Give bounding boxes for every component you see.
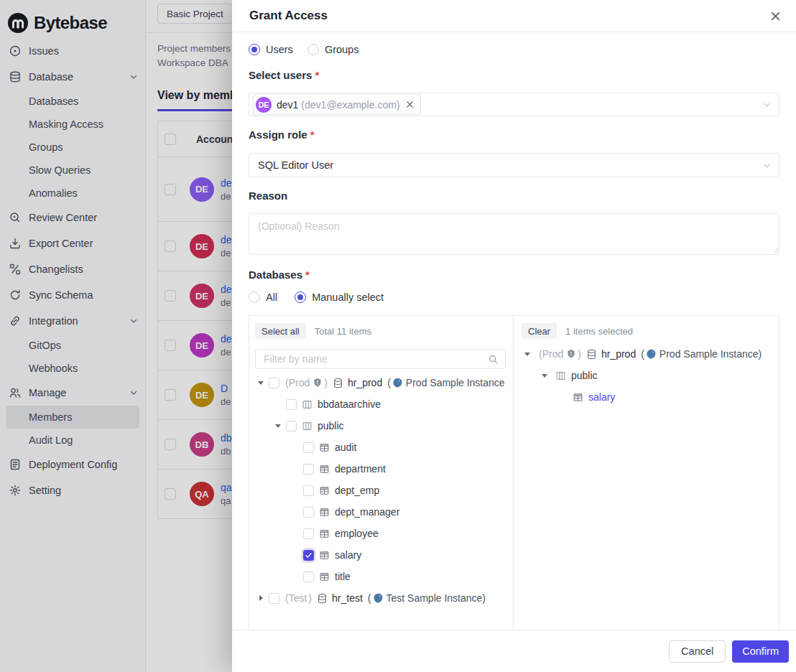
tree-checkbox[interactable] — [269, 378, 279, 388]
tree-checkbox[interactable] — [303, 528, 314, 539]
database-name: hr_prod — [348, 377, 382, 388]
tree-row-dept-emp[interactable]: dept_emp — [255, 480, 506, 501]
database-icon — [333, 378, 343, 388]
clear-button[interactable]: Clear — [522, 323, 557, 339]
tree-row-bbdataarchive[interactable]: bbdataarchive — [255, 393, 506, 415]
caret-right-icon[interactable] — [255, 592, 267, 604]
grant-access-modal: Grant Access Users Groups Select users * — [232, 0, 796, 672]
shield-icon — [566, 349, 576, 359]
tree-checkbox[interactable] — [303, 550, 314, 561]
caret-down-icon[interactable] — [539, 370, 550, 381]
tree-checkbox[interactable] — [303, 442, 314, 453]
radio-users-control — [249, 44, 260, 55]
select-users-label: Select users * — [249, 67, 779, 82]
schema-name: public — [318, 420, 344, 431]
radio-groups[interactable]: Groups — [307, 44, 359, 55]
caret-down-icon[interactable] — [255, 377, 267, 388]
label-text: Reason — [249, 190, 287, 202]
table-icon — [319, 442, 330, 453]
confirm-button[interactable]: Confirm — [732, 640, 789, 663]
tree-checkbox[interactable] — [286, 421, 297, 431]
screen: Bytebase IssuesDatabaseDatabasesMasking … — [0, 0, 796, 672]
tree-row-salary[interactable]: salary — [255, 544, 506, 566]
table-name: audit — [335, 442, 356, 453]
postgresql-icon — [392, 378, 403, 388]
tree-checkbox[interactable] — [303, 507, 314, 518]
chevron-down-icon — [762, 161, 772, 170]
instance-label-open: ( — [641, 348, 644, 360]
search-icon — [488, 354, 499, 365]
close-icon[interactable] — [767, 7, 785, 25]
databases-label: Databases * — [249, 267, 779, 281]
picker-source-header: Select all Total 11 items — [255, 323, 506, 339]
database-name: hr_prod — [601, 348, 636, 360]
environment-label-close: ) — [578, 348, 581, 360]
cancel-button[interactable]: Cancel — [669, 640, 726, 663]
tree-row-hr-prod[interactable]: (Prod)hr_prod(Prod Sample Instance) — [522, 343, 772, 365]
modal-header: Grant Access — [232, 0, 796, 32]
postgresql-icon — [646, 349, 657, 360]
radio-manual-label: Manually select — [312, 291, 384, 303]
caret-placeholder — [290, 528, 301, 539]
label-text: Databases — [249, 269, 302, 281]
picker-selected-panel: Clear 1 items selected (Prod)hr_prod(Pro… — [514, 316, 779, 630]
picker-source-panel: Select all Total 11 items (Prod)hr_prod(… — [249, 316, 514, 630]
tree-row-audit[interactable]: audit — [255, 437, 506, 458]
tree-row-hr-test[interactable]: (Test)hr_test(Test Sample Instance) — [255, 587, 506, 609]
user-email: (dev1@example.com) — [301, 99, 399, 111]
databases-mode-radios: All Manually select — [249, 289, 779, 305]
table-name: employee — [335, 528, 379, 539]
chevron-down-icon — [762, 100, 772, 109]
tree-row-hr-prod[interactable]: (Prod)hr_prod(Prod Sample Instance — [255, 372, 506, 393]
environment-label: (Prod — [539, 348, 563, 360]
tree-checkbox[interactable] — [303, 571, 314, 582]
instance-label-open: ( — [368, 592, 371, 604]
tree-row-employee[interactable]: employee — [255, 523, 506, 544]
tree-checkbox[interactable] — [303, 485, 314, 496]
caret-placeholder — [290, 506, 301, 518]
environment-label-close: ) — [324, 377, 328, 388]
table-icon — [319, 485, 330, 496]
required-mark: * — [305, 269, 310, 281]
selected-count-label: 1 items selected — [565, 326, 633, 337]
filter-input[interactable] — [262, 353, 483, 365]
radio-groups-control — [307, 44, 319, 55]
tree-row-dept-manager[interactable]: dept_manager — [255, 501, 506, 523]
modal-body: Users Groups Select users * DE dev1 (dev… — [232, 32, 796, 630]
table-icon — [319, 571, 330, 582]
table-name: dept_manager — [335, 506, 399, 518]
select-all-button[interactable]: Select all — [255, 323, 306, 339]
table-name: title — [335, 571, 351, 582]
caret-down-icon[interactable] — [522, 348, 533, 360]
label-text: Assign role — [249, 129, 307, 141]
caret-down-icon[interactable] — [272, 420, 284, 431]
tree-row-department[interactable]: department — [255, 458, 506, 480]
instance-name: Prod Sample Instance — [406, 377, 505, 388]
table-name: dept_emp — [335, 485, 379, 496]
remove-user-icon[interactable] — [405, 100, 415, 109]
select-users-input[interactable]: DE dev1 (dev1@example.com) — [249, 93, 779, 116]
radio-users[interactable]: Users — [249, 44, 293, 55]
reason-textarea[interactable] — [249, 213, 779, 255]
caret-placeholder — [290, 549, 301, 561]
table-icon — [319, 550, 330, 561]
picker-selected-header: Clear 1 items selected — [522, 323, 772, 339]
tree-checkbox[interactable] — [286, 399, 297, 410]
tree-row-public[interactable]: public — [255, 415, 506, 437]
tree-checkbox[interactable] — [303, 464, 314, 475]
radio-groups-label: Groups — [325, 44, 359, 55]
required-mark: * — [310, 129, 315, 141]
shield-icon — [313, 378, 323, 388]
filter-field — [255, 349, 506, 369]
tree-row-salary[interactable]: salary — [522, 386, 772, 408]
radio-all-databases[interactable]: All — [249, 291, 277, 303]
reason-label: Reason — [249, 188, 779, 202]
radio-manually-select[interactable]: Manually select — [295, 291, 384, 303]
tree-row-public[interactable]: public — [522, 365, 772, 386]
tree-checkbox[interactable] — [269, 593, 279, 604]
caret-placeholder — [290, 463, 301, 475]
reason-field-wrap — [249, 213, 779, 255]
assign-role-select[interactable]: SQL Editor User — [249, 153, 779, 177]
caret-placeholder — [290, 442, 301, 453]
tree-row-title[interactable]: title — [255, 566, 506, 587]
